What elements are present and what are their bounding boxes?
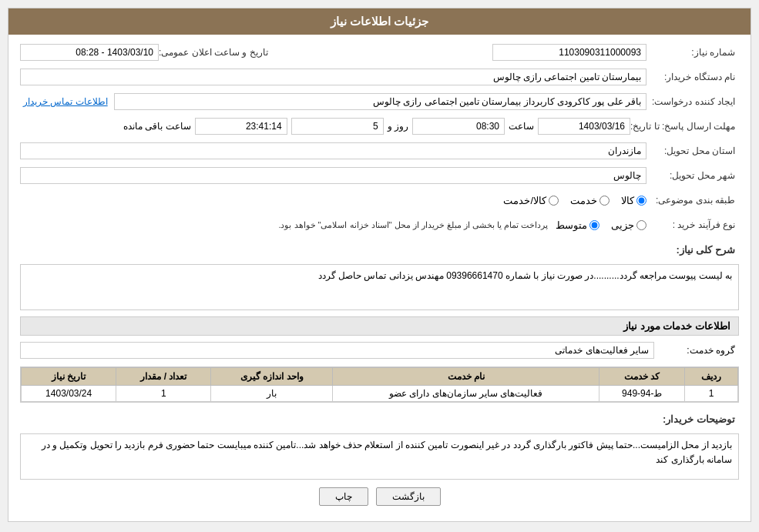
- process-option-motavasset[interactable]: متوسط: [556, 219, 599, 231]
- print-button[interactable]: چاپ: [319, 487, 368, 506]
- category-option-1[interactable]: کالا: [621, 195, 646, 206]
- remaining-label: ساعت باقی مانده: [123, 121, 191, 132]
- description-section-title: شرح کلی نیاز:: [20, 239, 739, 259]
- province-label: استان محل تحویل:: [646, 146, 739, 156]
- col-unit: واحد اندازه گیری: [211, 368, 333, 386]
- service-group-value: سایر فعالیت‌های خدماتی: [20, 342, 654, 359]
- deadline-remaining: 23:41:14: [195, 118, 287, 135]
- process-radio-jozi[interactable]: [636, 220, 646, 230]
- button-row: بازگشت چاپ: [20, 487, 739, 506]
- services-table-container: ردیف کد خدمت نام خدمت واحد اندازه گیری ت…: [20, 366, 739, 403]
- service-group-label: گروه خدمت:: [654, 345, 739, 356]
- category-label: طبقه بندی موضوعی:: [646, 195, 739, 206]
- category-row: طبقه بندی موضوعی: کالا خدمت کالا/خدمت: [20, 190, 739, 210]
- cell-row-num: 1: [685, 386, 738, 402]
- category-radio-kala[interactable]: [636, 196, 646, 206]
- buyer-notes-label: توضیحات خریدار:: [646, 413, 739, 425]
- city-label: شهر محل تحویل:: [646, 170, 739, 181]
- city-value: چالوس: [20, 167, 646, 184]
- service-group-row: گروه خدمت: سایر فعالیت‌های خدماتی: [20, 340, 739, 360]
- category-option-3[interactable]: کالا/خدمت: [503, 195, 559, 206]
- category-label-kala: کالا: [621, 195, 634, 206]
- table-header-row: ردیف کد خدمت نام خدمت واحد اندازه گیری ت…: [22, 368, 738, 386]
- col-date: تاریخ نیاز: [22, 368, 116, 386]
- services-table: ردیف کد خدمت نام خدمت واحد اندازه گیری ت…: [21, 367, 738, 402]
- services-section-title: اطلاعات خدمات مورد نیاز: [20, 316, 739, 336]
- page-header: جزئیات اطلاعات نیاز: [8, 8, 751, 35]
- col-code: کد خدمت: [599, 368, 685, 386]
- creator-row: ایجاد کننده درخواست: باقر علی پور کاکرود…: [20, 92, 739, 112]
- need-number-label: شماره نیاز:: [646, 47, 739, 58]
- cell-date: 1403/03/24: [22, 386, 116, 402]
- deadline-date: 1403/03/16: [538, 118, 630, 135]
- org-name-row: نام دستگاه خریدار: بیمارستان تامین اجتما…: [20, 67, 739, 87]
- description-row: به لیست پیوست مراجعه گردد..........در صو…: [20, 264, 739, 310]
- city-row: شهر محل تحویل: چالوس: [20, 166, 739, 186]
- deadline-time: 08:30: [412, 118, 505, 135]
- province-value: مازندران: [20, 142, 646, 159]
- creator-link[interactable]: اطلاعات تماس خریدار: [23, 96, 108, 107]
- deadline-label: مهلت ارسال پاسخ: تا تاریخ:: [630, 121, 739, 132]
- description-label: شرح کلی نیاز:: [646, 244, 739, 256]
- category-label-khedmat: خدمت: [570, 195, 597, 206]
- need-number-value: 1103090311000093: [492, 44, 646, 61]
- process-option-jozi[interactable]: جزیی: [611, 219, 646, 231]
- time-label: ساعت: [509, 121, 534, 132]
- announcement-label: تاریخ و ساعت اعلان عمومی:: [159, 47, 272, 58]
- header-title: جزئیات اطلاعات نیاز: [331, 15, 428, 28]
- col-row-num: ردیف: [685, 368, 738, 386]
- deadline-days: 5: [291, 118, 384, 135]
- days-label: روز و: [388, 121, 408, 132]
- cell-qty: 1: [116, 386, 211, 402]
- announcement-value: 1403/03/10 - 08:28: [20, 44, 159, 61]
- deadline-row: مهلت ارسال پاسخ: تا تاریخ: 1403/03/16 سا…: [20, 116, 739, 136]
- process-label-jozi: جزیی: [611, 219, 634, 231]
- org-name-value: بیمارستان تامین اجتماعی رازی چالوس: [20, 69, 646, 85]
- process-label-motavasset: متوسط: [556, 219, 587, 231]
- category-radio-group: کالا خدمت کالا/خدمت: [503, 195, 646, 206]
- cell-name: فعالیت‌های سایر سازمان‌های دارای عضو: [333, 386, 599, 402]
- category-radio-khedmat[interactable]: [599, 196, 610, 206]
- buyer-notes-row: بازدید از محل الزامیست...حتما پیش فاکتور…: [20, 433, 739, 480]
- process-radio-group: جزیی متوسط: [556, 219, 646, 231]
- process-row: نوع فرآیند خرید : جزیی متوسط پرداخت تمام…: [20, 215, 739, 235]
- table-row: 1 ط-94-949 فعالیت‌های سایر سازمان‌های دا…: [22, 386, 738, 402]
- creator-label: ایجاد کننده درخواست:: [646, 96, 739, 107]
- process-label: نوع فرآیند خرید :: [646, 219, 739, 230]
- col-qty: تعداد / مقدار: [116, 368, 211, 386]
- process-note: پرداخت تمام یا بخشی از مبلغ خریدار از مح…: [278, 220, 548, 230]
- description-value: به لیست پیوست مراجعه گردد..........در صو…: [20, 264, 739, 310]
- org-name-label: نام دستگاه خریدار:: [646, 72, 739, 82]
- creator-value: باقر علی پور کاکرودی کاربرداز بیمارستان …: [114, 93, 646, 110]
- need-number-row: شماره نیاز: 1103090311000093 تاریخ و ساع…: [20, 42, 739, 62]
- category-radio-kala-khedmat[interactable]: [549, 196, 559, 206]
- content-area: شماره نیاز: 1103090311000093 تاریخ و ساع…: [8, 35, 751, 521]
- back-button[interactable]: بازگشت: [376, 487, 441, 506]
- buyer-notes-section: توضیحات خریدار:: [20, 409, 739, 429]
- province-row: استان محل تحویل: مازندران: [20, 141, 739, 161]
- col-name: نام خدمت: [333, 368, 599, 386]
- buyer-notes-value: بازدید از محل الزامیست...حتما پیش فاکتور…: [20, 433, 739, 480]
- cell-unit: بار: [211, 386, 333, 402]
- main-container: جزئیات اطلاعات نیاز شماره نیاز: 11030903…: [8, 8, 751, 522]
- category-label-kala-khedmat: کالا/خدمت: [503, 195, 546, 206]
- cell-code: ط-94-949: [599, 386, 685, 402]
- process-radio-motavasset[interactable]: [589, 220, 599, 230]
- category-option-2[interactable]: خدمت: [570, 195, 610, 206]
